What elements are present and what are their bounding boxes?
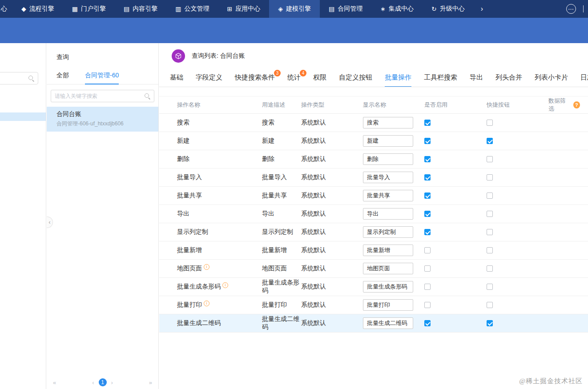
enabled-checkbox[interactable] xyxy=(424,320,431,326)
nav-scroll-right-button[interactable]: › xyxy=(474,0,490,18)
enabled-checkbox[interactable] xyxy=(424,192,431,199)
nav-item-upgrade-center[interactable]: ↻ 升级中心 xyxy=(423,0,474,18)
info-icon[interactable]: i xyxy=(204,264,209,270)
quick-button-checkbox[interactable] xyxy=(487,192,493,199)
table-body: 搜索 搜索 系统默认 新建 新建 系统默认 删除 删除 系统默认 xyxy=(159,114,588,333)
quick-button-checkbox[interactable] xyxy=(487,247,493,253)
page-title: 查询列表: 合同台账 xyxy=(192,52,245,60)
tab-field-definition[interactable]: 字段定义 xyxy=(196,68,222,87)
tree-selected-item[interactable] xyxy=(0,112,46,121)
operation-type: 系统默认 xyxy=(301,283,363,291)
quick-button-checkbox[interactable] xyxy=(487,229,493,235)
nav-label: 集成中心 xyxy=(389,5,414,13)
nav-divider xyxy=(583,5,584,12)
tab-toolbar-search[interactable]: 工具栏搜索 xyxy=(424,68,457,87)
more-icon: ⋯ xyxy=(566,4,576,14)
tab-log[interactable]: 日志 xyxy=(580,68,588,87)
tab-export[interactable]: 导出 xyxy=(470,68,483,87)
display-name-input[interactable] xyxy=(363,153,413,165)
display-name-input[interactable] xyxy=(363,226,413,238)
quick-button-checkbox[interactable] xyxy=(487,138,493,144)
nav-item-content-engine[interactable]: ▤ 内容引擎 xyxy=(115,0,166,18)
prev-page-button[interactable]: ‹ xyxy=(91,379,95,386)
quick-button-checkbox[interactable] xyxy=(487,120,493,126)
help-icon[interactable]: ? xyxy=(573,101,580,108)
display-name-input[interactable] xyxy=(363,172,413,183)
nav-item-document-management[interactable]: ▥ 公文管理 xyxy=(166,0,218,18)
list-item-contract-ledger[interactable]: 合同台账 合同管理-606-uf_htxxdjb606 xyxy=(47,107,158,132)
current-page-button[interactable]: 1 xyxy=(99,378,107,386)
operation-name: 批量生成二维码 xyxy=(177,319,221,327)
quick-button-checkbox[interactable] xyxy=(487,302,493,308)
info-icon[interactable]: i xyxy=(222,282,228,288)
tree-search-box[interactable] xyxy=(0,72,38,84)
quick-button-checkbox[interactable] xyxy=(487,320,493,326)
table-header-row: 操作名称 用途描述 操作类型 显示名称 是否启用 快捷按钮 数据筛选 ? xyxy=(159,96,588,114)
quick-button-checkbox[interactable] xyxy=(487,265,493,272)
display-name-input[interactable] xyxy=(363,208,413,220)
nav-item-portal-engine[interactable]: ▦ 门户引擎 xyxy=(63,0,115,18)
nav-item-integration-center[interactable]: ∗ 集成中心 xyxy=(371,0,423,18)
table-row: 删除 删除 系统默认 xyxy=(159,150,588,168)
quick-button-checkbox[interactable] xyxy=(487,156,493,162)
display-name-input[interactable] xyxy=(363,117,413,128)
operation-description: 地图页面 xyxy=(262,265,301,273)
enabled-checkbox[interactable] xyxy=(424,229,431,235)
display-name-input[interactable] xyxy=(363,135,413,147)
quick-button-checkbox[interactable] xyxy=(487,284,493,290)
tab-statistics[interactable]: 统计 4 xyxy=(287,68,301,87)
next-page-button[interactable]: › xyxy=(110,379,114,386)
col-header-display-name: 显示名称 xyxy=(363,101,424,109)
operation-type: 系统默认 xyxy=(301,246,363,254)
table-row: 批量打印 i 批量打印 系统默认 xyxy=(159,296,588,314)
display-name-input[interactable] xyxy=(363,263,413,274)
col-header-operation-type: 操作类型 xyxy=(301,101,363,109)
keyword-search-input[interactable] xyxy=(55,93,142,99)
quick-button-checkbox[interactable] xyxy=(487,211,493,217)
app-root: 心 ◆ 流程引擎 ▦ 门户引擎 ▤ 内容引擎 ▥ 公文管理 ⊞ 应用中心 ◈ 建… xyxy=(0,0,588,43)
sidebar-tab-all[interactable]: 全部 xyxy=(56,68,69,84)
nav-item-process-engine[interactable]: ◆ 流程引擎 xyxy=(12,0,63,18)
display-name-input[interactable] xyxy=(363,299,413,311)
tab-batch-operations[interactable]: 批量操作 xyxy=(385,68,411,87)
tab-basic[interactable]: 基础 xyxy=(170,68,183,87)
info-icon[interactable]: i xyxy=(204,301,209,306)
search-icon xyxy=(28,76,34,81)
tab-column-header-merge[interactable]: 列头合并 xyxy=(495,68,522,87)
operation-type: 系统默认 xyxy=(301,155,363,163)
enabled-checkbox[interactable] xyxy=(424,120,431,126)
more-menu-button[interactable]: ⋯ xyxy=(566,0,576,18)
enabled-checkbox[interactable] xyxy=(424,265,431,272)
clipped-nav-item[interactable]: 心 xyxy=(0,0,12,18)
display-name-input[interactable] xyxy=(363,245,413,256)
enabled-checkbox[interactable] xyxy=(424,174,431,180)
display-name-input[interactable] xyxy=(363,281,413,293)
nav-item-modeling-engine[interactable]: ◈ 建模引擎 xyxy=(269,0,320,18)
tab-permissions[interactable]: 权限 xyxy=(313,68,326,87)
nav-item-app-center[interactable]: ⊞ 应用中心 xyxy=(218,0,269,18)
tab-custom-buttons[interactable]: 自定义按钮 xyxy=(339,68,372,87)
tab-list-card[interactable]: 列表小卡片 xyxy=(535,68,568,87)
collapse-panel-button[interactable]: ‹ xyxy=(47,217,53,228)
list-item-subtitle: 合同管理-606-uf_htxxdjb606 xyxy=(56,120,153,128)
operation-name: 批量打印 xyxy=(177,301,202,309)
enabled-checkbox[interactable] xyxy=(424,284,431,290)
enabled-checkbox[interactable] xyxy=(424,302,431,308)
first-page-button[interactable]: « xyxy=(52,379,57,386)
display-name-input[interactable] xyxy=(363,317,413,329)
top-navbar: 心 ◆ 流程引擎 ▦ 门户引擎 ▤ 内容引擎 ▥ 公文管理 ⊞ 应用中心 ◈ 建… xyxy=(0,0,588,18)
tab-quick-search-conditions[interactable]: 快捷搜索条件 3 xyxy=(235,68,275,87)
enabled-checkbox[interactable] xyxy=(424,156,431,162)
process-engine-icon: ◆ xyxy=(21,6,26,12)
watermark: @稀土掘金技术社区 xyxy=(519,377,583,385)
sidebar-tab-contract-60[interactable]: 合同管理-60 xyxy=(85,68,119,84)
enabled-checkbox[interactable] xyxy=(424,247,431,253)
enabled-checkbox[interactable] xyxy=(424,138,431,144)
quick-button-checkbox[interactable] xyxy=(487,174,493,180)
collapse-icon: ‹ xyxy=(49,219,51,225)
enabled-checkbox[interactable] xyxy=(424,211,431,217)
display-name-input[interactable] xyxy=(363,190,413,201)
last-page-button[interactable]: » xyxy=(148,379,153,386)
nav-item-contract-management[interactable]: ▤ 合同管理 xyxy=(320,0,371,18)
operation-name: 地图页面 xyxy=(177,265,202,273)
